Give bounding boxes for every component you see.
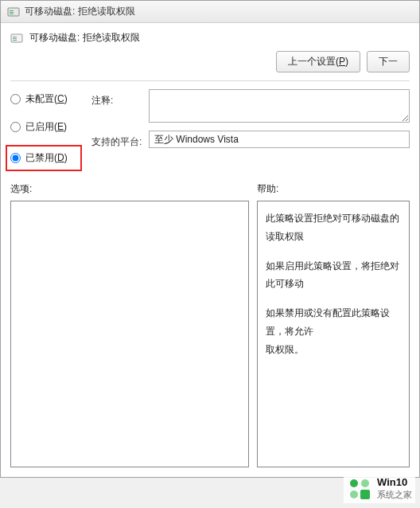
svg-point-10: [350, 490, 358, 498]
prev-setting-button[interactable]: 上一个设置(P): [276, 51, 360, 72]
header-row: 可移动磁盘: 拒绝读取权限: [1, 23, 419, 48]
gpo-editor-window: 可移动磁盘: 拒绝读取权限 可移动磁盘: 拒绝读取权限 上一个设置(P) 下一 …: [0, 0, 420, 478]
help-label: 帮助:: [257, 182, 410, 196]
next-setting-button[interactable]: 下一: [367, 51, 410, 72]
options-column: 选项:: [10, 182, 249, 467]
svg-rect-6: [13, 38, 17, 39]
watermark-brand: Win10: [377, 477, 412, 489]
platform-row: 支持的平台:: [91, 131, 410, 149]
watermark: Win10 系统之家: [344, 475, 415, 503]
platform-label: 支持的平台:: [91, 131, 142, 149]
help-p1: 此策略设置拒绝对可移动磁盘的读取权限: [266, 209, 401, 246]
help-panel: 此策略设置拒绝对可移动磁盘的读取权限 如果启用此策略设置，将拒绝对此可移动 如果…: [257, 201, 410, 467]
comment-label: 注释:: [91, 89, 142, 107]
radio-enabled-input[interactable]: [10, 122, 21, 132]
policy-header-icon: [10, 32, 23, 45]
svg-rect-5: [13, 37, 17, 37]
radio-not-configured-label: 未配置(C): [25, 92, 68, 106]
watermark-text: Win10 系统之家: [377, 477, 412, 501]
window-title: 可移动磁盘: 拒绝读取权限: [25, 5, 135, 18]
svg-rect-2: [10, 12, 14, 13]
platform-value: [149, 131, 410, 148]
policy-icon: [7, 6, 20, 18]
svg-rect-1: [10, 10, 14, 11]
radio-disabled[interactable]: 已禁用(D): [10, 151, 77, 165]
page-title: 可移动磁盘: 拒绝读取权限: [29, 31, 410, 45]
svg-rect-3: [10, 14, 14, 14]
next-button-label: 下一: [379, 56, 398, 67]
lower-area: 选项: 帮助: 此策略设置拒绝对可移动磁盘的读取权限 如果启用此策略设置，将拒绝…: [1, 168, 419, 474]
radio-disabled-input[interactable]: [10, 153, 21, 163]
radio-disabled-label: 已禁用(D): [25, 151, 68, 165]
radio-not-configured-input[interactable]: [10, 94, 21, 104]
config-area: 未配置(C) 已启用(E) 已禁用(D) 注释: 支持的平台:: [1, 81, 419, 168]
comment-input[interactable]: [149, 89, 410, 123]
svg-point-9: [361, 479, 369, 487]
radio-not-configured[interactable]: 未配置(C): [10, 92, 82, 106]
options-label: 选项:: [10, 182, 249, 196]
win10-logo-icon: [347, 476, 372, 502]
nav-buttons: 上一个设置(P) 下一: [1, 48, 419, 80]
svg-point-8: [350, 479, 358, 487]
help-column: 帮助: 此策略设置拒绝对可移动磁盘的读取权限 如果启用此策略设置，将拒绝对此可移…: [257, 182, 410, 467]
comment-row: 注释:: [91, 89, 410, 123]
right-fields: 注释: 支持的平台:: [91, 89, 410, 168]
radio-enabled[interactable]: 已启用(E): [10, 120, 82, 134]
help-p2: 如果启用此策略设置，将拒绝对此可移动: [266, 257, 401, 294]
svg-rect-7: [13, 40, 17, 41]
titlebar: 可移动磁盘: 拒绝读取权限: [1, 1, 419, 23]
options-panel: [10, 201, 249, 467]
radio-column: 未配置(C) 已启用(E) 已禁用(D): [10, 89, 82, 168]
radio-enabled-label: 已启用(E): [25, 120, 67, 134]
prev-button-label: 上一个设置(P): [288, 56, 348, 67]
highlight-disabled: 已禁用(D): [6, 145, 82, 171]
help-p3: 如果禁用或没有配置此策略设置，将允许: [266, 304, 401, 341]
watermark-site: 系统之家: [377, 489, 412, 501]
help-p4: 取权限。: [266, 341, 401, 359]
svg-rect-11: [360, 490, 370, 499]
